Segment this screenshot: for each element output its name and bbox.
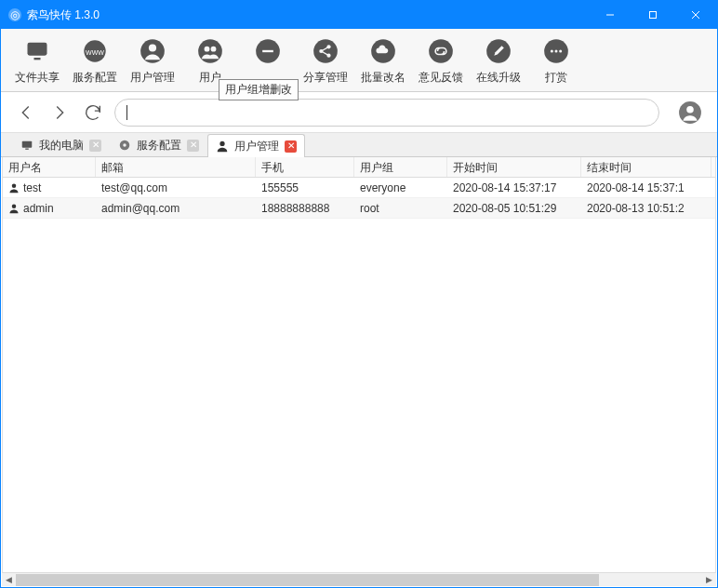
cell-username: test [23, 181, 41, 194]
tab-label: 服务配置 [137, 138, 181, 154]
cell-phone: 155555 [256, 181, 354, 194]
tab-close-button[interactable]: ✕ [285, 140, 297, 153]
svg-rect-30 [22, 141, 33, 148]
minimize-button[interactable] [589, 1, 632, 29]
toolbar-label: 打赏 [545, 70, 567, 86]
tab-label: 我的电脑 [39, 138, 84, 154]
scroll-track[interactable] [16, 573, 702, 587]
user-icon [216, 140, 229, 153]
toolbar-tip[interactable]: 打赏 [527, 34, 585, 87]
toolbar-label: 在线升级 [476, 70, 521, 86]
col-email[interactable]: 邮箱 [96, 157, 256, 177]
tab-close-button[interactable]: ✕ [187, 140, 199, 152]
svg-point-9 [149, 44, 156, 51]
users-icon [193, 34, 227, 68]
table-body: testtest@qq.com155555everyone2020-08-14 … [3, 178, 715, 219]
user-icon [136, 34, 169, 68]
table-row[interactable]: testtest@qq.com155555everyone2020-08-14 … [3, 178, 715, 198]
user-table: 用户名 邮箱 手机 用户组 开始时间 结束时间 testtest@qq.com1… [2, 157, 716, 574]
cloud-icon [366, 34, 400, 68]
tab-close-button[interactable]: ✕ [89, 140, 101, 152]
col-group[interactable]: 用户组 [354, 157, 447, 177]
cell-group: everyone [354, 181, 447, 194]
share-icon [309, 34, 342, 68]
svg-point-36 [12, 204, 17, 208]
toolbar-label: 服务配置 [73, 70, 117, 86]
toolbar-user-manage[interactable]: 用户管理 [124, 34, 181, 87]
scroll-thumb[interactable] [16, 574, 599, 586]
svg-rect-5 [34, 58, 41, 60]
cell-start: 2020-08-05 10:51:29 [447, 202, 581, 215]
svg-point-12 [211, 47, 217, 52]
table-row[interactable]: adminadmin@qq.com18888888888root2020-08-… [3, 198, 715, 219]
svg-point-35 [12, 183, 17, 188]
tab-bar: 我的电脑 ✕ 服务配置 ✕ 用户管理 ✕ [1, 133, 717, 157]
toolbar-share-manage[interactable]: 分享管理 [297, 34, 354, 87]
toolbar-label: 意见反馈 [419, 70, 463, 86]
toolbar-online-upgrade[interactable]: 在线升级 [470, 34, 527, 87]
window-title: 索鸟快传 1.3.0 [27, 7, 100, 23]
toolbar-feedback[interactable]: 意见反馈 [412, 34, 470, 87]
toolbar-label: 批量改名 [361, 70, 406, 86]
table-header: 用户名 邮箱 手机 用户组 开始时间 结束时间 [3, 157, 715, 178]
svg-point-25 [551, 49, 553, 52]
cell-end: 2020-08-13 10:51:2 [581, 202, 711, 215]
circle-dash-icon [251, 34, 285, 68]
col-username[interactable]: 用户名 [3, 157, 96, 177]
svg-rect-4 [28, 43, 47, 56]
gear-icon [118, 139, 131, 152]
cell-phone: 18888888888 [256, 202, 354, 215]
main-toolbar: 文件共享 WWW 服务配置 用户管理 用户 分享管理 批量改名 意见反馈 [1, 29, 717, 92]
toolbar-service-config[interactable]: WWW 服务配置 [66, 34, 124, 87]
svg-point-29 [686, 105, 694, 113]
back-button[interactable] [14, 100, 38, 125]
cell-email: admin@qq.com [96, 202, 256, 215]
tab-user-manage[interactable]: 用户管理 ✕ [207, 134, 305, 157]
scroll-left-button[interactable]: ◀ [2, 573, 16, 587]
svg-point-26 [554, 49, 557, 52]
close-button[interactable] [674, 1, 717, 29]
svg-text:WWW: WWW [86, 49, 104, 56]
scroll-right-button[interactable]: ▶ [702, 573, 716, 587]
cell-email: test@qq.com [96, 181, 256, 194]
address-bar[interactable] [114, 99, 659, 127]
text-cursor [126, 105, 127, 120]
refresh-button[interactable] [81, 100, 105, 125]
tab-mycomputer[interactable]: 我的电脑 ✕ [12, 133, 110, 156]
toolbar-batch-rename[interactable]: 批量改名 [354, 34, 412, 87]
cell-group: root [354, 202, 447, 215]
tooltip: 用户组增删改 [219, 79, 299, 100]
www-icon: WWW [78, 34, 112, 68]
maximize-button[interactable] [632, 1, 674, 29]
col-phone[interactable]: 手机 [256, 157, 354, 177]
svg-point-15 [313, 39, 338, 63]
tab-label: 用户管理 [234, 139, 279, 154]
svg-rect-1 [650, 12, 657, 19]
tab-service-config[interactable]: 服务配置 ✕ [110, 133, 207, 156]
svg-rect-14 [262, 50, 273, 52]
forward-button[interactable] [47, 100, 72, 125]
titlebar: ◎ 索鸟快传 1.3.0 [1, 1, 717, 29]
toolbar-label: 文件共享 [15, 70, 60, 86]
person-icon [8, 182, 20, 194]
horizontal-scrollbar[interactable]: ◀ ▶ [2, 572, 716, 586]
computer-icon [20, 139, 33, 152]
edit-icon [482, 34, 515, 68]
svg-point-33 [123, 143, 126, 147]
chat-icon [539, 34, 573, 68]
toolbar-label: 分享管理 [303, 70, 348, 86]
account-button[interactable] [676, 99, 704, 127]
cell-start: 2020-08-14 15:37:17 [447, 181, 581, 194]
svg-point-11 [205, 47, 210, 52]
svg-rect-31 [25, 149, 29, 150]
svg-point-27 [559, 49, 562, 52]
svg-point-22 [429, 39, 453, 63]
col-start[interactable]: 开始时间 [447, 157, 581, 177]
navigation-bar [1, 92, 717, 133]
toolbar-label: 用户管理 [130, 70, 175, 86]
link-icon [424, 34, 458, 68]
cell-end: 2020-08-14 15:37:1 [581, 181, 711, 194]
toolbar-file-share[interactable]: 文件共享 [8, 34, 66, 87]
svg-point-34 [219, 141, 224, 146]
col-end[interactable]: 结束时间 [581, 157, 711, 177]
